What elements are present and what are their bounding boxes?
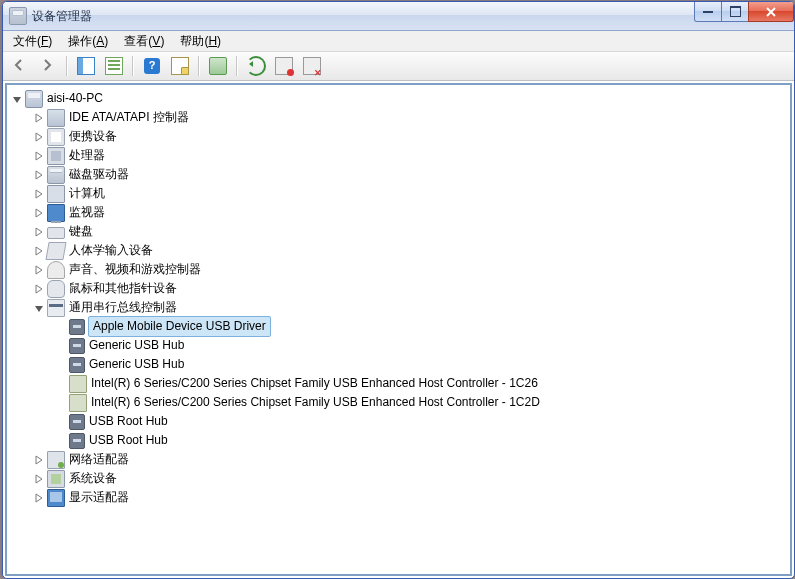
- tree-node[interactable]: 键盘: [9, 222, 790, 241]
- menubar: 文件(F)操作(A)查看(V)帮助(H): [3, 31, 794, 52]
- tree-node[interactable]: 磁盘驱动器: [9, 165, 790, 184]
- device-icon: [45, 242, 66, 260]
- expand-icon[interactable]: [31, 260, 47, 279]
- tree-node[interactable]: 通用串行总线控制器: [9, 298, 790, 317]
- nav-forward-button[interactable]: [35, 53, 61, 79]
- node-label: USB Root Hub: [89, 412, 168, 431]
- node-label: 网络适配器: [69, 450, 129, 469]
- update-driver-button[interactable]: [243, 53, 269, 79]
- expand-icon[interactable]: [31, 203, 47, 222]
- show-panel-icon: [77, 57, 95, 75]
- maximize-button[interactable]: [721, 2, 749, 22]
- node-label: 键盘: [69, 222, 93, 241]
- tree-node[interactable]: 显示适配器: [9, 488, 790, 507]
- toolbar-separator: [132, 56, 134, 76]
- device-icon: [69, 357, 85, 373]
- node-label: 监视器: [69, 203, 105, 222]
- device-icon: [47, 451, 65, 469]
- device-icon: [47, 185, 65, 203]
- node-label: 鼠标和其他指针设备: [69, 279, 177, 298]
- close-button[interactable]: [748, 2, 794, 22]
- tree-node[interactable]: 声音、视频和游戏控制器: [9, 260, 790, 279]
- nav-back-icon: [12, 58, 28, 74]
- properties-button[interactable]: [167, 53, 193, 79]
- device-icon: [25, 90, 43, 108]
- tree-node[interactable]: 系统设备: [9, 469, 790, 488]
- menu-item[interactable]: 文件(F): [5, 31, 60, 52]
- tree-node[interactable]: 计算机: [9, 184, 790, 203]
- expand-icon[interactable]: [31, 127, 47, 146]
- tree-node[interactable]: 处理器: [9, 146, 790, 165]
- device-icon: [47, 128, 65, 146]
- node-label: Intel(R) 6 Series/C200 Series Chipset Fa…: [91, 374, 538, 393]
- tree-node[interactable]: 人体学输入设备: [9, 241, 790, 260]
- node-label: aisi-40-PC: [47, 89, 103, 108]
- help-button[interactable]: ?: [139, 53, 165, 79]
- show-list-button[interactable]: [101, 53, 127, 79]
- device-icon: [47, 109, 65, 127]
- minimize-button[interactable]: [694, 2, 722, 22]
- tree-node[interactable]: 监视器: [9, 203, 790, 222]
- expand-icon[interactable]: [31, 146, 47, 165]
- scan-hardware-button[interactable]: [205, 53, 231, 79]
- device-icon: [69, 375, 87, 393]
- device-tree: aisi-40-PCIDE ATA/ATAPI 控制器便携设备处理器磁盘驱动器计…: [7, 85, 790, 511]
- tree-node[interactable]: Intel(R) 6 Series/C200 Series Chipset Fa…: [9, 393, 790, 412]
- collapse-icon[interactable]: [9, 89, 25, 108]
- expand-icon[interactable]: [31, 184, 47, 203]
- device-icon: [47, 147, 65, 165]
- tree-node[interactable]: USB Root Hub: [9, 412, 790, 431]
- tree-node[interactable]: 网络适配器: [9, 450, 790, 469]
- collapse-icon[interactable]: [31, 298, 47, 317]
- tree-panel[interactable]: aisi-40-PCIDE ATA/ATAPI 控制器便携设备处理器磁盘驱动器计…: [5, 83, 792, 576]
- uninstall-icon: [303, 57, 321, 75]
- tree-node[interactable]: Generic USB Hub: [9, 355, 790, 374]
- toolbar-separator: [66, 56, 68, 76]
- device-icon: [69, 414, 85, 430]
- device-icon: [69, 394, 87, 412]
- tree-node[interactable]: aisi-40-PC: [9, 89, 790, 108]
- menu-item[interactable]: 帮助(H): [172, 31, 229, 52]
- tree-node[interactable]: USB Root Hub: [9, 431, 790, 450]
- menu-item[interactable]: 操作(A): [60, 31, 116, 52]
- close-icon: [766, 7, 776, 17]
- node-label: Generic USB Hub: [89, 336, 184, 355]
- tree-node[interactable]: 鼠标和其他指针设备: [9, 279, 790, 298]
- tree-node[interactable]: IDE ATA/ATAPI 控制器: [9, 108, 790, 127]
- device-icon: [69, 319, 85, 335]
- device-icon: [47, 489, 65, 507]
- menu-item[interactable]: 查看(V): [116, 31, 172, 52]
- node-label: 人体学输入设备: [69, 241, 153, 260]
- expand-icon[interactable]: [31, 488, 47, 507]
- expand-icon[interactable]: [31, 450, 47, 469]
- expand-icon[interactable]: [31, 108, 47, 127]
- device-icon: [47, 299, 65, 317]
- device-icon: [47, 261, 65, 279]
- expand-icon[interactable]: [31, 165, 47, 184]
- device-icon: [69, 338, 85, 354]
- show-list-icon: [105, 57, 123, 75]
- node-label: IDE ATA/ATAPI 控制器: [69, 108, 189, 127]
- tree-node[interactable]: Generic USB Hub: [9, 336, 790, 355]
- titlebar[interactable]: 设备管理器: [3, 2, 794, 31]
- maximize-icon: [730, 6, 741, 17]
- node-label: Intel(R) 6 Series/C200 Series Chipset Fa…: [91, 393, 540, 412]
- device-icon: [47, 470, 65, 488]
- expand-icon[interactable]: [31, 241, 47, 260]
- node-label: Apple Mobile Device USB Driver: [88, 316, 271, 337]
- tree-node[interactable]: 便携设备: [9, 127, 790, 146]
- show-panel-button[interactable]: [73, 53, 99, 79]
- nav-back-button[interactable]: [7, 53, 33, 79]
- disable-button[interactable]: [271, 53, 297, 79]
- expand-icon[interactable]: [31, 469, 47, 488]
- toolbar-separator: [198, 56, 200, 76]
- expand-icon[interactable]: [31, 279, 47, 298]
- expand-icon[interactable]: [31, 222, 47, 241]
- uninstall-button[interactable]: [299, 53, 325, 79]
- node-label: Generic USB Hub: [89, 355, 184, 374]
- node-label: 显示适配器: [69, 488, 129, 507]
- node-label: 通用串行总线控制器: [69, 298, 177, 317]
- tree-node[interactable]: Apple Mobile Device USB Driver: [9, 317, 790, 336]
- tree-node[interactable]: Intel(R) 6 Series/C200 Series Chipset Fa…: [9, 374, 790, 393]
- disable-icon: [275, 57, 293, 75]
